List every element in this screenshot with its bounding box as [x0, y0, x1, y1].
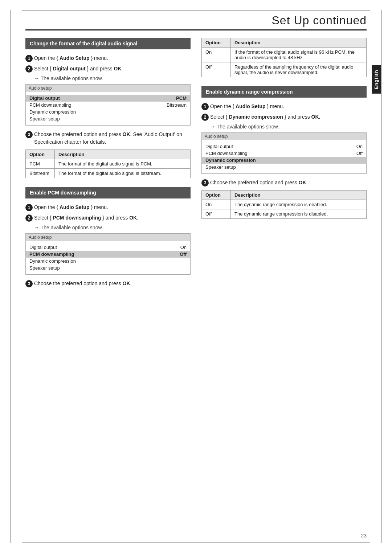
step1-1-num: 1: [25, 55, 33, 62]
step2-3: 3 Choose the preferred option and press …: [25, 280, 191, 287]
menu-row-speaker-setup: Speaker setup: [26, 115, 190, 122]
right-column: Option Description On If the format of t…: [201, 38, 367, 290]
table-row: On If the format of the digital audio si…: [202, 48, 367, 62]
menu-row-digital-output-value: PCM: [176, 95, 187, 101]
section2-heading: Enable PCM downsampling: [25, 187, 191, 198]
menu-row-dynamic-compression: Dynamic compression: [26, 108, 190, 115]
menu-digital-value-3: On: [356, 144, 363, 149]
page-border-left: [10, 10, 11, 543]
page-title: Set Up continued: [25, 14, 367, 27]
section3-menu-title: Audio setup: [202, 133, 366, 140]
right-table1: Option Description On If the format of t…: [201, 38, 367, 77]
right-table1-row1-option: On: [202, 48, 231, 62]
section1-row2-option: Bitstream: [26, 169, 55, 178]
step3-3: 3 Choose the preferred option and press …: [201, 179, 367, 187]
section1-row1-desc: The format of the digital audio signal i…: [55, 159, 191, 169]
menu-speaker-label-3: Speaker setup: [205, 164, 236, 170]
right-table1-row2-desc: Regardless of the sampling frequency of …: [231, 62, 367, 77]
menu-row-digital-output-2: Digital output On: [26, 244, 190, 251]
page-header: Set Up continued: [0, 0, 392, 27]
section3-row2-option: Off: [202, 209, 231, 219]
section3-menu-content: Digital output On PCM downsampling Off D…: [202, 140, 366, 173]
menu-row-digital-3: Digital output On: [202, 143, 366, 150]
section1-row1-option: PCM: [26, 159, 55, 169]
menu-row-dynamic-3: Dynamic compression: [202, 157, 366, 164]
right-table1-row2-option: Off: [202, 62, 231, 77]
section1-menu-box: Audio setup Digital output PCM PCM downs…: [25, 84, 191, 126]
section1-option-table: Option Description PCM The format of the…: [25, 149, 191, 178]
section3-option-table: Option Description On The dynamic range …: [201, 190, 367, 219]
step2-1-text: Open the { Audio Setup } menu.: [34, 204, 108, 211]
menu-pcm-value-2: Off: [180, 251, 187, 257]
step2-1-num: 1: [25, 204, 33, 211]
step3-2: 2 Select { Dynamic compression } and pre…: [201, 113, 367, 121]
menu-row-dynamic-2: Dynamic compression: [26, 258, 190, 265]
menu-dynamic-label-3: Dynamic compression: [205, 157, 256, 163]
section3-row2-desc: The dynamic range compression is disable…: [231, 209, 367, 219]
table-row: PCM The format of the digital audio sign…: [26, 159, 191, 169]
menu-row-pcm-value: Bitstream: [167, 102, 187, 108]
menu-speaker-label-2: Speaker setup: [29, 265, 60, 271]
step1-1: 1 Open the { Audio Setup } menu.: [25, 54, 191, 62]
menu-digital-label-2: Digital output: [29, 245, 57, 250]
page-border-right: [381, 10, 382, 543]
step2-2: 2 Select { PCM downsampling } and press …: [25, 214, 191, 222]
step1-1-text: Open the { Audio Setup } menu.: [34, 54, 108, 62]
section3-table-header-option: Option: [202, 191, 231, 200]
page-border-top: [22, 10, 370, 11]
step3-2-text: Select { Dynamic compression } and press…: [210, 113, 320, 121]
step3-3-num: 3: [201, 179, 209, 187]
section1-menu-content: Digital output PCM PCM downsampling Bits…: [26, 92, 190, 125]
step2-2-num: 2: [25, 214, 33, 222]
right-table1-header-description: Description: [231, 38, 367, 48]
section1-row2-desc: The format of the digital audio signal i…: [55, 169, 191, 178]
menu-pcm-value-3: Off: [356, 151, 363, 156]
step2-2-text: Select { PCM downsampling } and press OK…: [34, 214, 138, 222]
step1-3-num: 3: [25, 131, 33, 138]
main-content: Change the format of the digital audio s…: [0, 30, 392, 305]
step1-2-text: Select { Digital output } and press OK.: [34, 65, 123, 73]
step3-3-text: Choose the preferred option and press OK…: [210, 179, 308, 187]
section3-row1-desc: The dynamic range compression is enabled…: [231, 200, 367, 209]
menu-row-pcm-downsampling: PCM downsampling Bitstream: [26, 102, 190, 108]
step2-2-arrow: The available options show.: [34, 225, 191, 230]
section3-menu-box: Audio setup Digital output On PCM downsa…: [201, 132, 367, 174]
table-row: Off Regardless of the sampling frequency…: [202, 62, 367, 77]
menu-digital-value-2: On: [180, 245, 187, 250]
step1-3: 3 Choose the preferred option and press …: [25, 131, 191, 146]
page-number: 23: [361, 533, 367, 538]
section3-row1-option: On: [202, 200, 231, 209]
right-table1-row1-desc: If the format of the digital audio signa…: [231, 48, 367, 62]
step3-1-text: Open the { Audio Setup } menu.: [210, 103, 284, 110]
section1-menu-title: Audio setup: [26, 85, 190, 92]
step3-2-num: 2: [201, 114, 209, 121]
section3-table-header-description: Description: [231, 191, 367, 200]
menu-dynamic-label-2: Dynamic compression: [29, 258, 76, 264]
step1-2-num: 2: [25, 65, 33, 73]
menu-digital-label-3: Digital output: [205, 144, 233, 149]
menu-row-speaker-label: Speaker setup: [29, 116, 60, 122]
step2-1: 1 Open the { Audio Setup } menu.: [25, 204, 191, 211]
section1-table-header-option: Option: [26, 150, 55, 159]
step1-2-arrow: The available options show.: [34, 75, 191, 81]
table-row: Bitstream The format of the digital audi…: [26, 169, 191, 178]
menu-row-pcm-3: PCM downsampling Off: [202, 150, 366, 157]
step1-3-text: Choose the preferred option and press OK…: [34, 131, 191, 146]
left-column: Change the format of the digital audio s…: [25, 38, 191, 290]
step2-3-text: Choose the preferred option and press OK…: [34, 280, 132, 287]
section3-heading: Enable dynamic range compression: [201, 86, 367, 98]
step1-2: 2 Select { Digital output } and press OK…: [25, 65, 191, 73]
step3-1-num: 1: [201, 103, 209, 110]
menu-row-digital-output-label: Digital output: [29, 95, 60, 101]
table-row: On The dynamic range compression is enab…: [202, 200, 367, 209]
menu-row-dynamic-label: Dynamic compression: [29, 109, 76, 115]
table-row: Off The dynamic range compression is dis…: [202, 209, 367, 219]
section1-heading: Change the format of the digital audio s…: [25, 38, 191, 49]
menu-row-speaker-2: Speaker setup: [26, 265, 190, 271]
page-border-bottom: [22, 542, 370, 543]
english-tab: English: [372, 65, 381, 94]
menu-row-digital-output: Digital output PCM: [26, 95, 190, 102]
menu-pcm-label-3: PCM downsampling: [205, 151, 248, 156]
menu-row-pcm-label: PCM downsampling: [29, 102, 72, 108]
menu-row-pcm-2: PCM downsampling Off: [26, 251, 190, 258]
